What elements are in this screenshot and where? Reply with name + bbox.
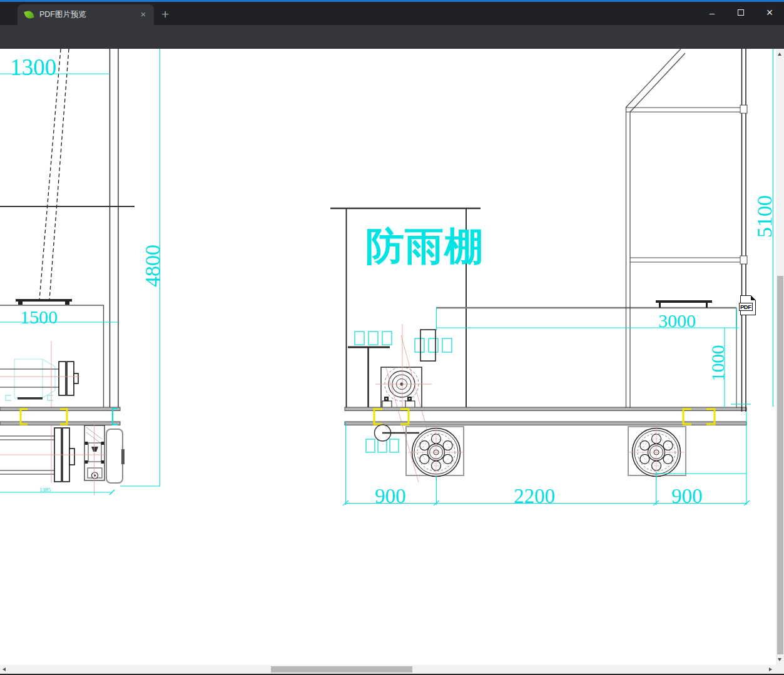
- tab-title: PDF图片预览: [39, 9, 133, 20]
- browser-tab[interactable]: PDF图片预览 ×: [18, 4, 154, 25]
- dim-900-right: 900: [671, 486, 703, 507]
- scroll-right-arrow-icon[interactable]: [769, 667, 772, 671]
- new-tab-button[interactable]: +: [161, 7, 169, 22]
- pdf-button-label: PDF: [739, 303, 753, 311]
- window-controls: – ×: [698, 2, 784, 23]
- dim-1500: 1500: [20, 308, 58, 327]
- scrollbar-corner: [776, 665, 784, 674]
- cad-linework: [0, 49, 776, 665]
- dim-1000: 1000: [709, 342, 727, 385]
- scroll-up-arrow-icon[interactable]: [778, 53, 781, 56]
- scroll-left-arrow-icon[interactable]: [3, 667, 6, 671]
- browser-toolbar: ← → ↻ ⌂ i localhost:8012/onlinePreview?u…: [0, 25, 784, 49]
- dim-2200: 2200: [514, 486, 555, 507]
- maximize-icon: [738, 9, 744, 16]
- horizontal-scrollbar-thumb[interactable]: [271, 666, 412, 672]
- dim-1300: 1300: [10, 56, 56, 79]
- spring-leaf-favicon-icon: [24, 9, 34, 19]
- wheel-group: [408, 424, 685, 480]
- dim-3000: 3000: [658, 312, 696, 330]
- minimize-button[interactable]: –: [698, 2, 726, 23]
- close-button[interactable]: ×: [755, 2, 784, 23]
- pdf-export-button[interactable]: PDF: [740, 295, 756, 315]
- vertical-scrollbar-thumb[interactable]: [777, 276, 783, 654]
- drawing-canvas: 1300 4800 1500 1385 防雨棚 3000 1000 5100 9…: [0, 49, 776, 665]
- pdf-icon: [751, 295, 756, 300]
- dim-5100: 5100: [754, 191, 775, 241]
- title-bar: PDF图片预览 × + – ×: [0, 0, 784, 25]
- scroll-down-arrow-icon[interactable]: [778, 658, 781, 661]
- window-accent-strip: [0, 0, 784, 2]
- dim-900-left: 900: [375, 486, 406, 507]
- maximize-button[interactable]: [726, 2, 755, 23]
- tab-close-icon[interactable]: ×: [138, 9, 148, 19]
- horizontal-scrollbar[interactable]: [0, 665, 776, 674]
- shelter-label: 防雨棚: [365, 227, 484, 266]
- dim-4800: 4800: [142, 241, 163, 291]
- dim-1385: 1385: [39, 487, 51, 493]
